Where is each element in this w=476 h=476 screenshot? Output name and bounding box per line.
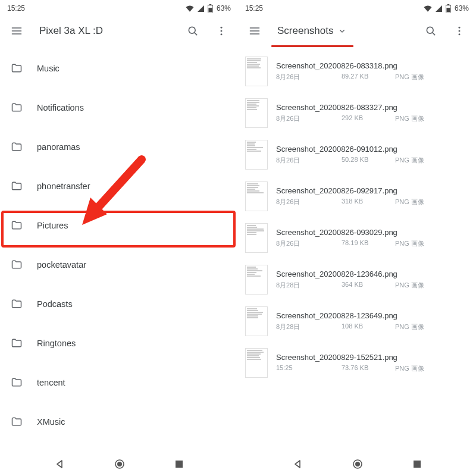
nav-home-icon[interactable] <box>352 459 363 469</box>
file-row[interactable]: Screenshot_20200826-092917.png8月26日318 K… <box>238 176 476 217</box>
svg-point-18 <box>459 33 461 35</box>
wifi-icon <box>424 5 432 12</box>
nav-recent-icon[interactable] <box>413 460 421 468</box>
folder-row[interactable]: Music <box>0 49 238 88</box>
folder-icon <box>11 337 37 349</box>
file-row[interactable]: Screenshot_20200826-093029.png8月26日78.19… <box>238 217 476 259</box>
hamburger-icon[interactable] <box>243 19 267 43</box>
folder-icon <box>11 220 37 231</box>
folder-name: panoramas <box>37 142 80 152</box>
folder-row[interactable]: Notifications <box>0 88 238 127</box>
more-icon[interactable] <box>447 19 471 43</box>
svg-line-15 <box>433 33 435 35</box>
file-date: 8月26日 <box>276 114 342 123</box>
file-thumbnail <box>245 348 268 378</box>
chevron-down-icon <box>337 26 347 36</box>
folder-name: Music <box>37 64 60 73</box>
folder-row[interactable]: Pictures <box>0 206 238 245</box>
appbar-left: Pixel 3a XL :D <box>0 17 238 45</box>
file-thumbnail <box>245 181 268 211</box>
folder-row[interactable]: XMusic <box>0 402 238 441</box>
svg-point-16 <box>459 27 461 29</box>
file-size: 108 KB <box>342 322 395 331</box>
file-size: 73.76 KB <box>342 364 395 373</box>
svg-rect-1 <box>209 4 212 5</box>
svg-point-9 <box>117 462 122 466</box>
pane-files: 15:25 63% Screenshots <box>238 0 476 476</box>
file-date: 8月28日 <box>276 281 342 290</box>
file-row[interactable]: Screenshot_20200828-123646.png8月28日364 K… <box>238 259 476 300</box>
file-thumbnail <box>245 223 268 253</box>
hamburger-icon[interactable] <box>5 19 29 43</box>
file-row[interactable]: Screenshot_20200826-083327.png8月26日292 K… <box>238 92 476 134</box>
file-size: 364 KB <box>342 281 395 290</box>
search-icon[interactable] <box>181 19 205 43</box>
page-title-right: Screenshots <box>277 25 334 37</box>
svg-rect-21 <box>414 461 421 468</box>
file-date: 8月26日 <box>276 239 342 248</box>
folder-row[interactable]: tencent <box>0 363 238 402</box>
folder-icon <box>11 298 37 310</box>
status-time: 15:25 <box>7 4 25 12</box>
file-type: PNG 画像 <box>395 198 424 206</box>
folder-row[interactable]: panoramas <box>0 127 238 167</box>
file-name: Screenshot_20200826-092917.png <box>276 186 476 195</box>
pane-folders: 15:25 63% Pixel 3a XL :D MusicNotificati… <box>0 0 238 476</box>
file-type: PNG 画像 <box>395 239 424 248</box>
folder-row[interactable]: Ringtones <box>0 324 238 363</box>
svg-point-17 <box>459 30 461 32</box>
file-type: PNG 画像 <box>395 73 424 82</box>
folder-icon <box>11 141 37 153</box>
more-icon[interactable] <box>209 19 233 43</box>
page-title-left: Pixel 3a XL :D <box>33 25 176 37</box>
folder-row[interactable]: phonetransfer <box>0 167 238 206</box>
file-date: 8月28日 <box>276 322 342 331</box>
file-size: 50.28 KB <box>342 156 395 165</box>
svg-rect-13 <box>446 8 450 12</box>
file-row[interactable]: Screenshot_20200826-083318.png8月26日89.27… <box>238 51 476 92</box>
status-time-right: 15:25 <box>245 4 263 12</box>
file-size: 78.19 KB <box>342 239 395 248</box>
file-thumbnail <box>245 57 268 86</box>
file-thumbnail <box>245 265 268 295</box>
nav-home-icon[interactable] <box>114 459 125 469</box>
battery-icon <box>446 4 451 12</box>
file-type: PNG 画像 <box>395 114 424 123</box>
folder-row[interactable]: pocketavatar <box>0 245 238 284</box>
folder-name: XMusic <box>37 417 65 427</box>
folder-name: Ringtones <box>37 339 76 348</box>
svg-rect-12 <box>447 4 450 5</box>
file-name: Screenshot_20200826-083327.png <box>276 103 476 112</box>
nav-recent-icon[interactable] <box>175 460 183 468</box>
search-icon[interactable] <box>419 19 443 43</box>
file-list: Screenshot_20200826-083318.png8月26日89.27… <box>238 47 476 452</box>
file-row[interactable]: Screenshot_20200826-091012.png8月26日50.28… <box>238 134 476 176</box>
folder-name: phonetransfer <box>37 181 90 191</box>
folder-name: Podcasts <box>37 299 73 309</box>
title-dropdown[interactable]: Screenshots <box>271 25 414 37</box>
battery-percent-right: 63% <box>455 4 469 12</box>
folder-name: pocketavatar <box>37 260 86 270</box>
folder-name: Pictures <box>37 221 68 230</box>
file-type: PNG 画像 <box>395 281 424 290</box>
status-right: 63% <box>186 4 231 12</box>
status-right-right: 63% <box>424 4 469 12</box>
folder-icon <box>11 377 37 389</box>
file-size: 89.27 KB <box>342 73 395 82</box>
folder-name: Notifications <box>37 103 84 112</box>
folder-row[interactable]: Podcasts <box>0 284 238 324</box>
file-thumbnail <box>245 140 268 170</box>
file-name: Screenshot_20200826-093029.png <box>276 228 476 237</box>
svg-line-4 <box>195 33 197 35</box>
file-row[interactable]: Screenshot_20200828-123649.png8月28日108 K… <box>238 300 476 342</box>
file-name: Screenshot_20200829-152521.png <box>276 353 476 362</box>
folder-name: tencent <box>37 378 65 387</box>
nav-back-icon[interactable] <box>55 459 64 469</box>
status-bar: 15:25 63% <box>0 0 238 17</box>
file-row[interactable]: Screenshot_20200829-152521.png15:2573.76… <box>238 342 476 384</box>
svg-rect-10 <box>176 461 183 468</box>
nav-back-icon[interactable] <box>293 459 302 469</box>
file-date: 8月26日 <box>276 73 342 82</box>
file-date: 8月26日 <box>276 198 342 206</box>
file-type: PNG 画像 <box>395 322 424 331</box>
